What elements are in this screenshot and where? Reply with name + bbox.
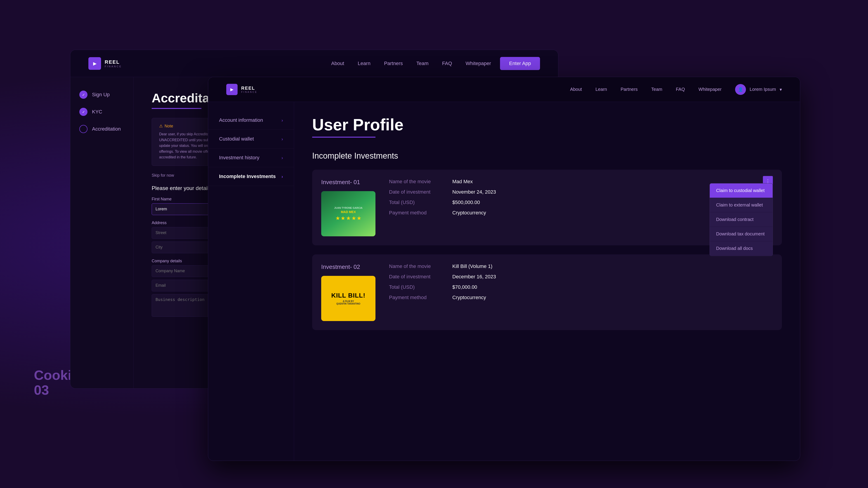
prof-user-menu[interactable]: 👤 Lorem Ipsum ▾ — [735, 84, 782, 95]
dropdown-download-contract[interactable]: Download contract — [710, 213, 773, 227]
acc-step-signup: ✓ Sign Up — [79, 91, 124, 99]
acc-enter-app-button[interactable]: Enter App — [500, 57, 540, 70]
investment-02-label: Investment- 02 — [321, 263, 375, 270]
prof-section-title: Incomplete Investments — [312, 151, 782, 161]
prof-body: Account information › Custodial wallet ›… — [208, 102, 800, 461]
chevron-right-icon: › — [281, 174, 283, 179]
prof-logo-sub: FINANCE — [241, 91, 257, 93]
prof-page-title: User Profile — [312, 116, 782, 134]
prof-navbar: ▶ REEL FINANCE About Learn Partners Team… — [208, 77, 800, 102]
investment-card-01: ⋮ Claim to custodial wallet Claim to ext… — [312, 170, 782, 246]
acc-logo: ▶ REEL FINANCE — [88, 57, 122, 70]
prof-logo-icon: ▶ — [226, 84, 238, 95]
prof-nav-partners[interactable]: Partners — [620, 87, 638, 92]
investment-02-details: Name of the movie Kill Bill (Volume 1) D… — [389, 263, 773, 305]
prof-username: Lorem Ipsum — [749, 87, 776, 92]
chevron-right-icon: › — [281, 118, 283, 123]
sidebar-item-incomplete-investments[interactable]: Incomplete Investments › — [208, 167, 294, 186]
acc-step-kyc-circle: ✓ — [79, 108, 88, 116]
prof-main-content: User Profile Incomplete Investments ⋮ Cl… — [294, 102, 800, 461]
investment-02-movie-row: Name of the movie Kill Bill (Volume 1) — [389, 263, 773, 269]
investment-01-dropdown: Claim to custodial wallet Claim to exter… — [710, 183, 773, 256]
acc-navbar: ▶ REEL FINANCE About Learn Partners Team… — [70, 50, 558, 77]
prof-chevron-icon: ▾ — [780, 87, 782, 92]
dropdown-download-tax[interactable]: Download tax document — [710, 227, 773, 241]
prof-nav-learn[interactable]: Learn — [595, 87, 607, 92]
investment-02-payment-row: Payment method Cryptocurrency — [389, 295, 773, 300]
prof-nav-team[interactable]: Team — [651, 87, 662, 92]
acc-step-accreditation[interactable]: Accreditation — [79, 125, 124, 133]
prof-nav-whitepaper[interactable]: Whitepaper — [699, 87, 721, 92]
acc-nav-whitepaper[interactable]: Whitepaper — [466, 61, 491, 66]
chevron-right-icon: › — [281, 155, 283, 160]
prof-sidebar: Account information › Custodial wallet ›… — [208, 102, 294, 461]
sidebar-item-custodial-wallet[interactable]: Custodial wallet › — [208, 130, 294, 149]
acc-nav-faq[interactable]: FAQ — [442, 61, 452, 66]
prof-nav-about[interactable]: About — [570, 87, 582, 92]
investment-02-total-row: Total (USD) $70,000.00 — [389, 284, 773, 290]
investment-02-poster: KILL BILL! A FILM BY QUENTIN TARANTINO — [321, 276, 375, 321]
prof-logo-text: REEL — [241, 86, 257, 91]
sidebar-item-account-information[interactable]: Account information › — [208, 111, 294, 130]
dropdown-download-all[interactable]: Download all docs — [710, 241, 773, 256]
acc-logo-text: REEL — [105, 59, 122, 65]
investment-02-date-row: Date of investment December 16, 2023 — [389, 274, 773, 280]
dropdown-claim-custodial[interactable]: Claim to custodial wallet — [710, 184, 773, 198]
sidebar-item-investment-history[interactable]: Investment history › — [208, 149, 294, 167]
acc-nav-partners[interactable]: Partners — [384, 61, 403, 66]
investment-01-poster: JUAN TYRONE GARCIA MAD MEX ★ ★ ★ ★ ★ — [321, 191, 375, 236]
chevron-right-icon: › — [281, 136, 283, 142]
acc-step-accreditation-label: Accreditation — [92, 126, 121, 132]
profile-window: ▶ REEL FINANCE About Learn Partners Team… — [208, 77, 800, 461]
acc-nav-learn[interactable]: Learn — [358, 61, 370, 66]
acc-step-accreditation-circle — [79, 125, 88, 133]
prof-logo: ▶ REEL FINANCE — [226, 84, 257, 95]
investment-01-label: Investment- 01 — [321, 179, 375, 186]
prof-nav-links: About Learn Partners Team FAQ Whitepaper — [570, 87, 721, 92]
acc-step-kyc-label: KYC — [92, 109, 102, 115]
acc-sidebar: ✓ Sign Up ✓ KYC Accreditation — [70, 77, 133, 388]
prof-title-underline — [312, 137, 375, 138]
acc-title-underline — [152, 108, 202, 109]
dropdown-claim-external[interactable]: Claim to external wallet — [710, 198, 773, 213]
acc-nav-team[interactable]: Team — [416, 61, 429, 66]
acc-nav-about[interactable]: About — [331, 61, 344, 66]
acc-nav-links: About Learn Partners Team FAQ Whitepaper — [331, 61, 491, 66]
acc-logo-sub: FINANCE — [105, 65, 122, 68]
prof-nav-faq[interactable]: FAQ — [676, 87, 685, 92]
investment-card-02: Investment- 02 KILL BILL! A FILM BY QUEN… — [312, 254, 782, 330]
prof-avatar: 👤 — [735, 84, 746, 95]
acc-step-kyc: ✓ KYC — [79, 108, 124, 116]
acc-logo-icon: ▶ — [88, 57, 101, 70]
acc-note-icon: ⚠ — [159, 124, 163, 129]
acc-step-signup-label: Sign Up — [92, 92, 110, 98]
acc-step-signup-circle: ✓ — [79, 91, 88, 99]
